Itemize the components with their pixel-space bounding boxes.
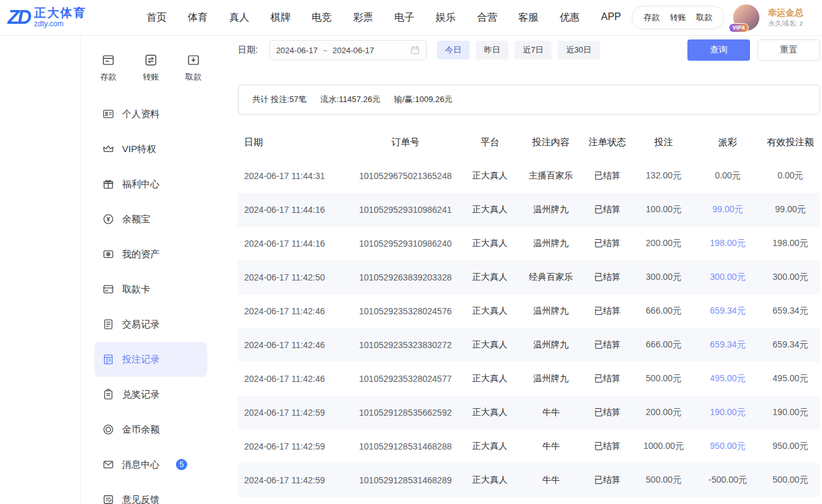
query-button[interactable]: 查询 [687, 39, 750, 61]
sidebar-item-bet-records[interactable]: 投注记录 [95, 342, 207, 377]
sidebar-item-assets[interactable]: 我的资产 [95, 237, 207, 272]
cell-status: 已结算 [582, 441, 632, 452]
user-meta: 幸运金总 永久域名: z [768, 7, 817, 29]
sidebar-item-label: 交易记录 [122, 319, 160, 331]
range-button-yesterday[interactable]: 昨日 [476, 41, 508, 59]
unread-count-badge: 5 [176, 459, 187, 470]
cell-date: 2024-06-17 11:44:31 [238, 171, 351, 181]
col-header-payout: 派彩 [695, 136, 761, 148]
sidebar-item-coin-balance[interactable]: 金币余额 [95, 412, 207, 447]
date-range-input[interactable]: 2024-06-17 ~ 2024-06-17 [269, 40, 427, 60]
sidebar-item-profile[interactable]: 个人资料 [95, 96, 207, 131]
sidebar-item-label: 取款卡 [122, 284, 150, 296]
cell-status: 已结算 [582, 204, 632, 215]
sidebar-quick-actions: 存款转账取款 [95, 53, 207, 83]
sidebar-item-redeem-records[interactable]: 兑奖记录 [95, 377, 207, 412]
nav-item-slots[interactable]: 电子 [394, 11, 414, 24]
sidebar-item-vip[interactable]: VIP特权 [95, 131, 207, 167]
main-content: 日期: 2024-06-17 ~ 2024-06-17 今日昨日近7日近30日 … [237, 36, 822, 504]
username: 幸运金总 [768, 7, 817, 19]
nav-item-entertainment[interactable]: 娱乐 [436, 11, 456, 24]
table-row: 2024-06-17 11:44:311010529675021365248正大… [238, 159, 820, 193]
brand[interactable]: ZD 正大体育 zdty.com [8, 6, 113, 29]
message-icon [102, 458, 115, 471]
quick-action-label: 取款 [185, 71, 202, 83]
avatar[interactable]: VIP4 [733, 4, 759, 31]
table-row: 2024-06-17 11:42:461010529235323830272正大… [238, 328, 820, 362]
wallet-link-withdraw[interactable]: 取款 [696, 12, 712, 23]
nav-item-support[interactable]: 客服 [518, 11, 538, 24]
range-button-today[interactable]: 今日 [437, 41, 470, 59]
col-header-valid-bet: 有效投注额 [761, 136, 820, 148]
cell-platform: 正大真人 [460, 441, 520, 452]
range-button-last-30-days[interactable]: 近30日 [558, 41, 599, 59]
cell-valid-bet: 950.00元 [761, 441, 820, 452]
left-gutter [0, 36, 80, 504]
nav-item-live-casino[interactable]: 真人 [229, 11, 249, 24]
sidebar-item-feedback[interactable]: 意见反馈 [95, 482, 207, 504]
cell-platform: 正大真人 [460, 475, 520, 486]
sidebar-item-yuebao[interactable]: 余额宝 [95, 202, 207, 237]
cell-bet-content: 温州牌九 [520, 373, 582, 384]
top-navbar: ZD 正大体育 zdty.com 首页体育真人棋牌电竞彩票电子娱乐合营客服优惠A… [0, 0, 822, 36]
nav-item-board-games[interactable]: 棋牌 [270, 11, 290, 24]
sidebar-item-message-center[interactable]: 消息中心5 [95, 447, 207, 482]
nav-item-promotions[interactable]: 优惠 [560, 11, 580, 24]
wallet-link-deposit[interactable]: 存款 [644, 12, 660, 23]
cell-bet-amount: 300.00元 [632, 272, 695, 283]
cell-bet-content: 经典百家乐 [520, 272, 582, 283]
nav-item-sports[interactable]: 体育 [188, 11, 208, 24]
nav-item-lottery[interactable]: 彩票 [353, 11, 373, 24]
cell-order-no: 1010529529310986240 [351, 239, 460, 249]
nav-item-app[interactable]: APP [601, 11, 621, 24]
cell-bet-content: 温州牌九 [520, 238, 582, 249]
summary-box: 共计 投注:57笔流水:11457.26元输/赢:1009.26元 [238, 85, 820, 115]
cell-valid-bet: 190.00元 [761, 407, 820, 418]
transactions-icon [102, 318, 115, 331]
sidebar-item-transactions[interactable]: 交易记录 [95, 307, 207, 342]
quick-action-deposit[interactable]: 存款 [95, 53, 122, 83]
cell-date: 2024-06-17 11:44:16 [238, 239, 351, 249]
main-nav: 首页体育真人棋牌电竞彩票电子娱乐合营客服优惠APP [146, 11, 621, 24]
cell-date: 2024-06-17 11:42:59 [238, 408, 351, 418]
cell-platform: 正大真人 [460, 306, 520, 317]
cell-payout: 950.00元 [695, 441, 761, 452]
cell-bet-content: 温州牌九 [520, 204, 582, 215]
summary-part: 输/赢:1009.26元 [394, 94, 453, 105]
table-row: 2024-06-17 11:42:501010529263839203328正大… [238, 260, 820, 294]
date-end-value: 2024-06-17 [332, 46, 374, 55]
cell-valid-bet: 495.00元 [761, 373, 820, 384]
cell-status: 已结算 [582, 407, 632, 418]
cell-order-no: 1010529235323830272 [351, 340, 460, 350]
date-label: 日期: [238, 44, 258, 56]
nav-item-home[interactable]: 首页 [146, 11, 167, 24]
cell-bet-amount: 1000.00元 [632, 441, 695, 452]
cell-date: 2024-06-17 11:42:59 [238, 441, 351, 451]
bets-icon [102, 353, 115, 366]
quick-action-transfer[interactable]: 转账 [137, 53, 165, 83]
assets-icon [102, 248, 115, 260]
nav-item-partnership[interactable]: 合营 [477, 11, 497, 24]
coins-icon [102, 423, 115, 436]
col-header-bet-content: 投注内容 [520, 136, 582, 148]
cell-date: 2024-06-17 11:42:46 [238, 374, 351, 384]
cell-payout: 300.00元 [695, 272, 761, 283]
quick-action-withdraw[interactable]: 取款 [180, 53, 207, 83]
cell-valid-bet: 500.00元 [761, 475, 820, 486]
cell-order-no: 1010529675021365248 [351, 171, 460, 181]
cell-platform: 正大真人 [460, 339, 520, 351]
cell-bet-amount: 666.00元 [632, 306, 695, 317]
sidebar-item-withdraw-card[interactable]: 取款卡 [95, 272, 207, 307]
reset-button[interactable]: 重置 [758, 39, 820, 61]
sidebar-item-welfare[interactable]: 福利中心 [95, 167, 207, 202]
sidebar-item-label: VIP特权 [122, 143, 156, 155]
permanent-domain-note: 永久域名: z [768, 19, 817, 28]
wallet-link-transfer[interactable]: 转账 [670, 12, 686, 23]
range-button-last-7-days[interactable]: 近7日 [515, 41, 552, 59]
cell-status: 已结算 [582, 170, 632, 182]
table-row: 2024-06-17 11:42:461010529235328024577正大… [238, 362, 820, 396]
col-header-date: 日期 [238, 136, 351, 148]
cell-status: 已结算 [582, 306, 632, 317]
sidebar: 存款转账取款 个人资料VIP特权福利中心余额宝我的资产取款卡交易记录投注记录兑奖… [80, 36, 237, 504]
nav-item-esports[interactable]: 电竞 [312, 11, 332, 24]
